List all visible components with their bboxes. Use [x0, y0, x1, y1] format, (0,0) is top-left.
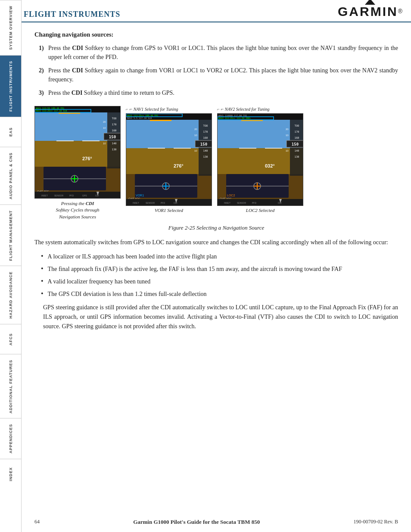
svg-text:TOO: TOO [112, 117, 117, 120]
svg-text:CDI: CDI [95, 194, 99, 197]
step-3-text: Press the CDI Softkey a third time to re… [48, 88, 398, 97]
svg-text:150: 150 [292, 142, 299, 146]
svg-text:160: 160 [295, 136, 299, 139]
svg-text:TOO: TOO [295, 124, 299, 127]
pfd3-label: LOC2 Selected [246, 208, 274, 213]
garmin-logo: GARMIN® [338, 4, 402, 19]
figures-row: TRAFFIC NAV1 113:55 189.40 FR1 NAV2 113:… [34, 106, 398, 220]
svg-text:140: 140 [112, 142, 117, 145]
sidebar-item-flight-management[interactable]: FLIGHT MANAGEMENT [0, 205, 21, 266]
svg-text:GPS: GPS [82, 194, 87, 197]
sidebar-item-audio-panel-cns[interactable]: AUDIO PANEL & CNS [0, 147, 21, 205]
pfd3-screen: TRAFFIC NAV1 110888 117.88 TOI NAV2 113:… [217, 113, 303, 206]
svg-text:276°: 276° [174, 163, 184, 168]
bullet-text-1: A localizer or ILS approach has been loa… [48, 252, 217, 261]
svg-text:10: 10 [103, 142, 106, 145]
bullet-dot-1: • [41, 252, 44, 261]
bullet-text-2: The final approach fix (FAF) is the acti… [48, 264, 342, 274]
pfd2-label: VOR1 Selected [155, 208, 183, 213]
step-2: 2) Press the CDI Softkey again to change… [39, 66, 398, 84]
footer-right-text: 190-00709-02 Rev. B [353, 519, 398, 526]
garmin-logo-text: GARMIN [338, 4, 398, 19]
page-header: FLIGHT INSTRUMENTS GARMIN® [0, 0, 411, 22]
svg-marker-0 [365, 0, 375, 5]
pfd3-nav-label: ⌐NAV2 Selected for Tuning [217, 106, 269, 112]
bullet-item-1: • A localizer or ILS approach has been l… [41, 252, 398, 261]
pfd1-pressing-note: Pressing the CDISoftkey Cycles throughNa… [34, 200, 121, 220]
sidebar-item-flight-instruments[interactable]: FLIGHT INSTRUMENTS [0, 55, 21, 117]
svg-rect-103 [218, 199, 303, 206]
pfd2-nav-label: ⌐NAV1 Selected for Tuning [126, 106, 178, 112]
step-3: 3) Press the CDI Softkey a third time to… [39, 88, 398, 97]
step-1-text: Press the CDI Softkey to change from GPS… [48, 44, 398, 62]
svg-text:130: 130 [112, 148, 117, 151]
svg-text:20: 20 [286, 128, 289, 131]
bullet-item-2: • The final approach fix (FAF) is the ac… [41, 264, 398, 274]
svg-text:PFD: PFD [69, 194, 74, 197]
svg-text:VOR1: VOR1 [136, 194, 144, 197]
figure-caption: Figure 2-25 Selecting a Navigation Sourc… [34, 224, 398, 231]
svg-text:NAV2 113:25++ 117.10  SLN: NAV2 113:25++ 117.10 SLN [36, 109, 67, 112]
pfd2-screen: TRAFFIC NAV1 113:25++ 189.40 FR1 NAV2 5.… [126, 113, 212, 206]
svg-text:10: 10 [286, 134, 289, 137]
section-heading: Changing navigation sources: [34, 31, 398, 38]
sidebar-item-system-overview[interactable]: SYSTEM OVERVIEW [0, 0, 21, 55]
pfd2-column: ⌐NAV1 Selected for Tuning TRAFFIC NAV1 1… [126, 106, 212, 213]
bullet-text-4: The GPS CDI deviation is less than 1.2 t… [48, 289, 207, 299]
svg-text:150: 150 [109, 135, 116, 139]
body-paragraph-1: The system automatically switches from G… [34, 238, 398, 247]
svg-text:NAV2 113:25++ 111.50 INEL: NAV2 113:25++ 111.50 INEL [218, 117, 251, 119]
svg-text:INSET: INSET [133, 202, 139, 204]
step-3-num: 3) [39, 88, 48, 97]
sidebar-item-appendices[interactable]: APPENDICES [0, 418, 21, 459]
step-1-num: 1) [39, 44, 48, 62]
pfd1-screen: TRAFFIC NAV1 113:55 189.40 FR1 NAV2 113:… [34, 106, 121, 199]
footer-page-number: 64 [34, 519, 40, 526]
svg-text:140: 140 [295, 149, 299, 152]
svg-text:130: 130 [295, 155, 299, 158]
sidebar-item-additional-features[interactable]: ADDITIONAL FEATURES [0, 354, 21, 419]
svg-rect-11 [107, 112, 121, 168]
svg-text:170: 170 [112, 123, 117, 126]
bullet-dot-4: • [41, 289, 44, 299]
svg-text:20: 20 [103, 121, 106, 123]
svg-text:10: 10 [103, 127, 106, 129]
svg-text:150: 150 [200, 142, 207, 146]
svg-rect-84 [290, 120, 303, 176]
svg-text:SENSOR: SENSOR [237, 202, 246, 204]
steps-list: 1) Press the CDI Softkey to change from … [39, 44, 398, 97]
bullet-text-3: A valid localizer frequency has been tun… [48, 277, 151, 286]
pfd1-column: TRAFFIC NAV1 113:55 189.40 FR1 NAV2 113:… [34, 106, 121, 220]
closing-paragraph: GPS steering guidance is still provided … [43, 303, 398, 332]
svg-text:170: 170 [203, 130, 208, 133]
page-title: FLIGHT INSTRUMENTS [24, 10, 120, 19]
step-1: 1) Press the CDI Softkey to change from … [39, 44, 398, 62]
main-content: Changing navigation sources: 1) Press th… [22, 22, 411, 345]
sidebar-item-hazard-avoidance[interactable]: HAZARD AVOIDANCE [0, 266, 21, 324]
sidebar-item-index[interactable]: INDEX [0, 459, 21, 489]
svg-text:10: 10 [194, 134, 197, 137]
svg-text:160: 160 [112, 129, 117, 132]
svg-text:10: 10 [194, 149, 197, 152]
svg-text:160: 160 [203, 136, 208, 139]
svg-text:SENSOR: SENSOR [146, 202, 155, 204]
sidebar-item-eas[interactable]: EAS [0, 117, 21, 147]
bullet-dot-3: • [41, 277, 44, 286]
svg-text:140: 140 [203, 149, 208, 152]
footer-center-text: Garmin G1000 Pilot's Guide for the Socat… [133, 519, 260, 526]
svg-text:NAV2 5.5  117.10  SLN: NAV2 5.5 117.10 SLN [127, 117, 152, 119]
page-footer: 64 Garmin G1000 Pilot's Guide for the So… [22, 519, 411, 526]
sidebar-item-afcs[interactable]: AFCS [0, 324, 21, 354]
svg-text:INSET: INSET [41, 194, 48, 197]
svg-text:032°: 032° [265, 163, 275, 168]
svg-text:INSET: INSET [224, 202, 230, 204]
step-2-num: 2) [39, 66, 48, 84]
bullet-item-4: • The GPS CDI deviation is less than 1.2… [41, 289, 398, 299]
svg-rect-48 [199, 120, 212, 176]
step-2-text: Press the CDI Softkey again to change fr… [48, 66, 398, 84]
sidebar: SYSTEM OVERVIEW FLIGHT INSTRUMENTS EAS A… [0, 0, 22, 532]
svg-text:20: 20 [194, 128, 197, 131]
bullet-dot-2: • [41, 264, 44, 274]
svg-rect-67 [126, 199, 212, 206]
svg-text:10: 10 [286, 149, 289, 152]
